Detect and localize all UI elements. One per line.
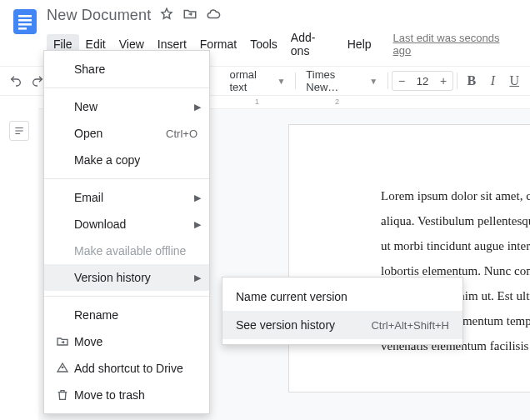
file-menu-dropdown: Share New▶ OpenCtrl+O Make a copy Email▶… bbox=[43, 50, 210, 414]
menu-separator bbox=[44, 296, 209, 297]
drive-shortcut-icon bbox=[56, 362, 74, 375]
folder-move-icon bbox=[56, 335, 74, 348]
undo-button[interactable] bbox=[5, 69, 27, 92]
submenu-arrow-icon: ▶ bbox=[194, 219, 201, 230]
shortcut-label: Ctrl+Alt+Shift+H bbox=[371, 319, 449, 332]
italic-button[interactable]: I bbox=[482, 69, 504, 92]
menu-item-add-shortcut[interactable]: Add shortcut to Drive bbox=[44, 355, 209, 382]
ruler-tick: 2 bbox=[335, 98, 339, 106]
font-size-increase[interactable]: + bbox=[434, 74, 452, 88]
last-edit-link[interactable]: Last edit was seconds ago bbox=[393, 32, 520, 57]
menu-item-open[interactable]: OpenCtrl+O bbox=[44, 120, 209, 147]
separator bbox=[295, 72, 296, 89]
menu-item-version-history[interactable]: Version history▶ bbox=[44, 264, 209, 291]
menu-item-rename[interactable]: Rename bbox=[44, 302, 209, 328]
menu-item-download[interactable]: Download▶ bbox=[44, 211, 209, 238]
document-outline-button[interactable] bbox=[9, 121, 29, 141]
menu-item-new[interactable]: New▶ bbox=[44, 93, 209, 120]
menu-separator bbox=[44, 88, 209, 88]
svg-rect-1 bbox=[18, 15, 32, 18]
svg-rect-4 bbox=[18, 28, 27, 30]
menu-tools[interactable]: Tools bbox=[243, 34, 284, 54]
chevron-down-icon: ▼ bbox=[369, 77, 378, 86]
trash-icon bbox=[56, 388, 74, 402]
menu-help[interactable]: Help bbox=[341, 34, 378, 54]
font-size-decrease[interactable]: − bbox=[392, 74, 411, 88]
submenu-arrow-icon: ▶ bbox=[194, 102, 201, 112]
svg-rect-3 bbox=[18, 23, 32, 26]
document-page[interactable]: Lorem ipsum dolor sit amet, consectetur … bbox=[288, 124, 530, 392]
submenu-item-name-current[interactable]: Name current version bbox=[222, 282, 462, 311]
font-size-value[interactable]: 12 bbox=[411, 75, 434, 88]
menu-item-make-copy[interactable]: Make a copy bbox=[44, 147, 209, 173]
font-family-select[interactable]: Times New…▼ bbox=[299, 69, 384, 92]
document-title[interactable]: New Document bbox=[47, 7, 151, 24]
paragraph-style-select[interactable]: ormal text▼ bbox=[222, 69, 292, 92]
menu-separator bbox=[44, 178, 209, 179]
font-size-stepper: − 12 + bbox=[392, 71, 453, 91]
svg-rect-0 bbox=[13, 9, 37, 34]
underline-button[interactable]: U bbox=[503, 69, 525, 92]
menu-item-make-offline: Make available offline bbox=[44, 238, 209, 264]
cloud-status-icon[interactable] bbox=[206, 7, 221, 24]
docs-app-icon[interactable] bbox=[10, 7, 40, 37]
shortcut-label: Ctrl+O bbox=[166, 128, 198, 140]
ruler-tick: 1 bbox=[255, 98, 259, 106]
move-folder-icon[interactable] bbox=[182, 7, 198, 24]
star-icon[interactable] bbox=[159, 7, 174, 24]
chevron-down-icon: ▼ bbox=[277, 77, 285, 86]
separator bbox=[457, 72, 458, 89]
submenu-arrow-icon: ▶ bbox=[194, 272, 201, 283]
svg-rect-2 bbox=[18, 19, 32, 22]
menu-addons[interactable]: Add-ons bbox=[284, 28, 341, 61]
menu-item-share[interactable]: Share bbox=[44, 56, 209, 82]
separator bbox=[388, 72, 388, 89]
submenu-item-see-history[interactable]: See version historyCtrl+Alt+Shift+H bbox=[222, 311, 462, 339]
font-family-label: Times New… bbox=[306, 68, 364, 93]
bold-button[interactable]: B bbox=[461, 69, 482, 92]
version-history-submenu: Name current version See version history… bbox=[222, 277, 463, 345]
submenu-arrow-icon: ▶ bbox=[194, 192, 201, 203]
menu-item-email[interactable]: Email▶ bbox=[44, 184, 209, 211]
menu-item-move-to-trash[interactable]: Move to trash bbox=[44, 382, 209, 408]
paragraph-style-label: ormal text bbox=[229, 68, 272, 93]
menu-item-move[interactable]: Move bbox=[44, 328, 209, 355]
